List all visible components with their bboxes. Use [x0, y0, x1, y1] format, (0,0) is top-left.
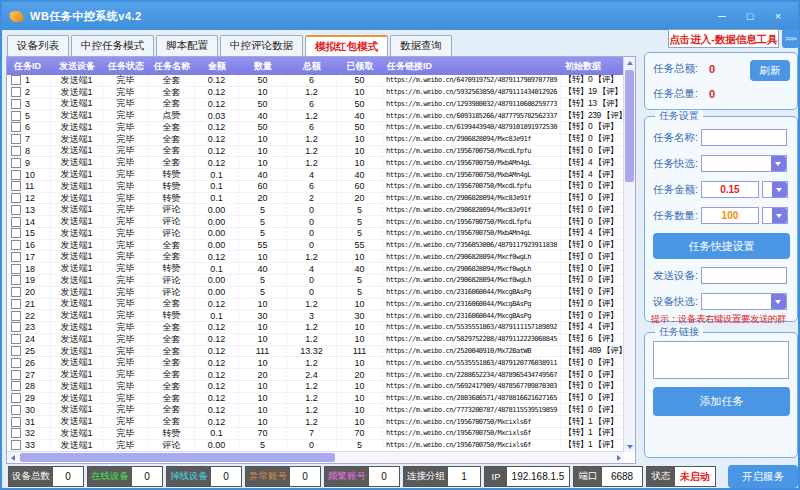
row-checkbox[interactable] [11, 299, 21, 309]
table-row[interactable]: 1发送端1完毕全套0.1250650https://m.weibo.cn/647… [7, 75, 624, 87]
table-row[interactable]: 31发送端1完毕全套0.12101.210https://m.weibo.cn/… [7, 416, 624, 428]
row-checkbox[interactable] [11, 370, 21, 380]
tab-data-query[interactable]: 数据查询 [390, 35, 452, 56]
row-checkbox[interactable] [11, 170, 21, 180]
scroll-down-icon[interactable] [624, 441, 635, 452]
maximize-icon[interactable]: □ [738, 6, 762, 26]
row-checkbox[interactable] [11, 417, 21, 427]
table-row[interactable]: 14发送端1完毕评论0.00505https://m.weibo.cn/1956… [7, 216, 624, 228]
table-row[interactable]: 21发送端1完毕全套0.12101.210https://m.weibo.cn/… [7, 299, 624, 311]
table-row[interactable]: 9发送端1完毕全套0.12101.210https://m.weibo.cn/1… [7, 157, 624, 169]
table-row[interactable]: 6发送端1完毕全套0.1250650https://m.weibo.cn/619… [7, 122, 624, 134]
chevron-down-icon[interactable] [772, 208, 787, 223]
table-row[interactable]: 12发送端1完毕转赞0.120220https://m.weibo.cn/290… [7, 193, 624, 205]
tab-control-task-mode[interactable]: 中控任务模式 [71, 35, 154, 56]
row-checkbox[interactable] [11, 322, 21, 332]
table-row[interactable]: 26发送端1完毕全套0.12101.210https://m.weibo.cn/… [7, 357, 624, 369]
add-task-button[interactable]: 添加任务 [653, 387, 790, 416]
amount-unit-select[interactable] [762, 181, 788, 198]
row-checkbox[interactable] [11, 358, 21, 368]
scroll-up-icon[interactable] [624, 57, 635, 68]
table-row[interactable]: 5发送端1完毕点赞0.03401.240https://m.weibo.cn/6… [7, 110, 624, 122]
device-quick-select[interactable] [701, 293, 787, 310]
table-row[interactable]: 15发送端1完毕评论0.00505https://m.weibo.cn/1956… [7, 228, 624, 240]
table-row[interactable]: 13发送端1完毕评论0.00505https://m.weibo.cn/2906… [7, 204, 624, 216]
column-header-0[interactable]: 任务ID [7, 60, 51, 73]
count-unit-select[interactable] [762, 207, 788, 224]
table-row[interactable]: 10发送端1完毕转赞0.140440https://m.weibo.cn/195… [7, 169, 624, 181]
horizontal-scroll-thumb[interactable] [20, 453, 335, 462]
quick-set-button[interactable]: 任务快捷设置 [653, 233, 790, 259]
tab-red-packet-mode[interactable]: 模拟红包模式 [305, 35, 388, 56]
scroll-left-icon[interactable] [7, 452, 18, 463]
chevron-down-icon[interactable] [771, 156, 786, 171]
task-amount-input[interactable] [701, 181, 759, 198]
table-row[interactable]: 28发送端1完毕全套0.12101.210https://m.weibo.cn/… [7, 381, 624, 393]
table-row[interactable]: 33发送端1完毕评论0.00505https://m.weibo.cn/1956… [7, 440, 624, 452]
table-row[interactable]: 25发送端1完毕全套0.1211113.32111https://m.weibo… [7, 346, 624, 358]
row-checkbox[interactable] [11, 193, 21, 203]
table-row[interactable]: 17发送端1完毕全套0.12101.210https://m.weibo.cn/… [7, 251, 624, 263]
table-row[interactable]: 32发送端1完毕转赞0.170770https://m.weibo.cn/195… [7, 428, 624, 440]
row-checkbox[interactable] [11, 440, 21, 450]
table-row[interactable]: 23发送端1完毕全套0.12101.210https://m.weibo.cn/… [7, 322, 624, 334]
chevron-down-icon[interactable] [771, 294, 786, 309]
vertical-scrollbar[interactable] [623, 57, 635, 452]
row-checkbox[interactable] [11, 87, 21, 97]
table-row[interactable]: 7发送端1完毕全套0.12101.210https://m.weibo.cn/2… [7, 134, 624, 146]
row-checkbox[interactable] [11, 311, 21, 321]
column-header-6[interactable]: 总额 [287, 60, 337, 73]
table-row[interactable]: 16发送端1完毕全套0.0055055https://m.weibo.cn/73… [7, 240, 624, 252]
table-row[interactable]: 30发送端1完毕全套0.12101.210https://m.weibo.cn/… [7, 404, 624, 416]
task-quick-select[interactable] [701, 155, 787, 172]
column-header-3[interactable]: 任务名称 [149, 60, 195, 73]
row-checkbox[interactable] [11, 75, 21, 85]
row-checkbox[interactable] [11, 240, 21, 250]
column-header-9[interactable]: 初始数据 [561, 60, 624, 73]
row-checkbox[interactable] [11, 252, 21, 262]
data-info-tool-button[interactable]: 点击进入-数据信息工具 [668, 29, 779, 48]
column-header-4[interactable]: 金额 [195, 60, 239, 73]
tab-device-list[interactable]: 设备列表 [7, 35, 69, 56]
table-row[interactable]: 19发送端1完毕评论0.00505https://m.weibo.cn/2906… [7, 275, 624, 287]
task-link-textarea[interactable] [653, 341, 789, 379]
table-row[interactable]: 24发送端1完毕全套0.12101.210https://m.weibo.cn/… [7, 334, 624, 346]
table-row[interactable]: 29发送端1完毕全套0.12101.210https://m.weibo.cn/… [7, 393, 624, 405]
row-checkbox[interactable] [11, 217, 21, 227]
row-checkbox[interactable] [11, 205, 21, 215]
row-checkbox[interactable] [11, 287, 21, 297]
vertical-scroll-thumb[interactable] [625, 70, 634, 182]
tab-control-comment-data[interactable]: 中控评论数据 [220, 35, 303, 56]
table-row[interactable]: 2发送端1完毕全套0.12101.210https://m.weibo.cn/5… [7, 87, 624, 99]
row-checkbox[interactable] [11, 134, 21, 144]
row-checkbox[interactable] [11, 111, 21, 121]
column-header-7[interactable]: 已领取 [337, 60, 383, 73]
table-row[interactable]: 22发送端1完毕转赞0.130330https://m.weibo.cn/231… [7, 310, 624, 322]
table-row[interactable]: 11发送端1完毕转赞0.160660https://m.weibo.cn/195… [7, 181, 624, 193]
minimize-icon[interactable]: ─ [710, 6, 734, 26]
table-row[interactable]: 18发送端1完毕转赞0.140440https://m.weibo.cn/290… [7, 263, 624, 275]
table-row[interactable]: 20发送端1完毕评论0.00505https://m.weibo.cn/2316… [7, 287, 624, 299]
row-checkbox[interactable] [11, 346, 21, 356]
table-row[interactable]: 3发送端1完毕全套0.1250650https://m.weibo.cn/129… [7, 99, 624, 111]
row-checkbox[interactable] [11, 146, 21, 156]
row-checkbox[interactable] [11, 99, 21, 109]
refresh-button[interactable]: 刷新 [750, 60, 790, 81]
row-checkbox[interactable] [11, 405, 21, 415]
row-checkbox[interactable] [11, 334, 21, 344]
task-count-input[interactable] [701, 207, 759, 224]
row-checkbox[interactable] [11, 264, 21, 274]
row-checkbox[interactable] [11, 228, 21, 238]
row-checkbox[interactable] [11, 381, 21, 391]
column-header-1[interactable]: 发送设备 [51, 60, 103, 73]
column-header-2[interactable]: 任务状态 [103, 60, 149, 73]
row-checkbox[interactable] [11, 428, 21, 438]
table-row[interactable]: 8发送端1完毕全套0.12101.210https://m.weibo.cn/1… [7, 146, 624, 158]
expand-button[interactable]: >>> [782, 29, 799, 48]
row-checkbox[interactable] [11, 158, 21, 168]
send-device-input[interactable] [701, 267, 787, 284]
scroll-right-icon[interactable] [613, 452, 624, 463]
tab-script-config[interactable]: 脚本配置 [156, 35, 218, 56]
task-name-input[interactable] [701, 129, 787, 146]
column-header-5[interactable]: 数量 [239, 60, 287, 73]
